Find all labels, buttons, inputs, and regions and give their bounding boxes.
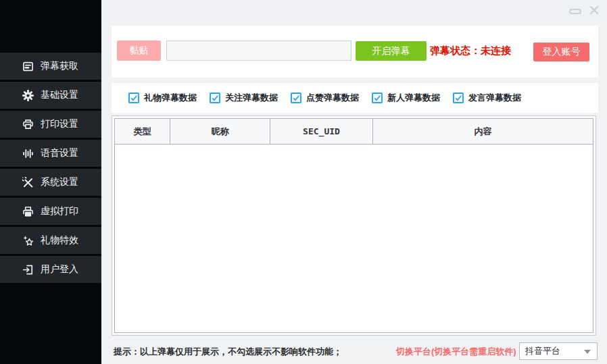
filter-label: 新人弹幕数据: [387, 92, 440, 104]
sidebar-item-label: 用户登入: [41, 263, 78, 276]
filter-label: 发言弹幕数据: [468, 92, 521, 104]
switch-platform-link[interactable]: 切换平台(切换平台需重启软件): [396, 346, 516, 358]
column-header-nickname: 昵称: [170, 119, 270, 144]
filter-label: 关注弹幕数据: [225, 92, 278, 104]
table-header: 类型 昵称 SEC_UID 内容: [115, 119, 593, 145]
column-header-type: 类型: [115, 119, 170, 144]
login-arrow-icon: [22, 264, 34, 276]
sidebar-item-print-settings[interactable]: 打印设置: [0, 111, 101, 138]
danmaku-list-icon: [22, 61, 34, 72]
login-account-button[interactable]: 登入账号: [533, 43, 589, 61]
start-danmaku-button[interactable]: 开启弹幕: [356, 41, 427, 61]
column-header-sec-uid: SEC_UID: [270, 119, 373, 144]
sidebar-item-user-login[interactable]: 用户登入: [0, 256, 101, 283]
sparkle-icon: [22, 235, 34, 246]
checkbox-icon[interactable]: [210, 93, 220, 103]
sidebar-item-label: 打印设置: [41, 118, 78, 130]
danmaku-status: 弹幕状态：未连接: [430, 45, 511, 57]
toolbar-panel: 黏贴 开启弹幕 弹幕状态：未连接 登入账号: [112, 26, 598, 78]
platform-value: 抖音平台: [525, 345, 560, 357]
checkbox-icon[interactable]: [372, 93, 383, 103]
room-url-input[interactable]: [166, 41, 351, 61]
sidebar-item-system-settings[interactable]: 系统设置: [0, 169, 101, 196]
sidebar-item-voice-settings[interactable]: 语音设置: [0, 140, 101, 167]
minimize-icon[interactable]: [569, 9, 581, 14]
status-label: 弹幕状态：: [430, 45, 481, 56]
checkbox-icon[interactable]: [291, 93, 301, 103]
filters-panel: 礼物弹幕数据 关注弹幕数据 点赞弹幕数据 新人弹幕数据 发言弹幕数据: [112, 83, 598, 113]
sidebar-item-label: 弹幕获取: [41, 60, 78, 72]
platform-dropdown[interactable]: 抖音平台: [519, 342, 598, 360]
close-icon[interactable]: [587, 3, 601, 17]
sidebar-item-label: 语音设置: [41, 147, 78, 159]
printer-icon: [22, 119, 34, 130]
filter-gift-danmaku[interactable]: 礼物弹幕数据: [128, 92, 210, 104]
sidebar-item-virtual-print[interactable]: 虚拟打印: [0, 198, 101, 225]
virtual-printer-icon: [22, 206, 34, 217]
status-value: 未连接: [481, 45, 511, 56]
filter-newcomer-danmaku[interactable]: 新人弹幕数据: [372, 92, 453, 104]
danmaku-table: 类型 昵称 SEC_UID 内容: [112, 115, 596, 336]
sidebar-item-gift-effects[interactable]: 礼物特效: [0, 227, 101, 254]
footer-tip: 提示：以上弹幕仅用于展示，不勾选展示不影响软件功能；: [114, 346, 342, 358]
filter-chat-danmaku[interactable]: 发言弹幕数据: [453, 92, 534, 104]
gear-icon: [22, 90, 34, 101]
equalizer-icon: [22, 148, 34, 159]
paste-button[interactable]: 黏贴: [117, 41, 161, 61]
sidebar-item-basic-settings[interactable]: 基础设置: [0, 82, 101, 109]
tools-icon: [22, 177, 34, 188]
filter-label: 点赞弹幕数据: [306, 92, 359, 104]
sidebar: 弹幕获取 基础设置 打印设置: [0, 0, 101, 364]
table-body[interactable]: [115, 145, 593, 332]
checkbox-icon[interactable]: [453, 93, 464, 103]
sidebar-item-label: 基础设置: [41, 89, 78, 101]
chevron-down-icon: [584, 350, 591, 354]
sidebar-item-label: 礼物特效: [41, 234, 78, 246]
filter-like-danmaku[interactable]: 点赞弹幕数据: [291, 92, 372, 104]
sidebar-item-label: 虚拟打印: [41, 205, 78, 217]
titlebar: [101, 0, 607, 19]
filter-label: 礼物弹幕数据: [144, 92, 197, 104]
sidebar-item-label: 系统设置: [41, 176, 78, 188]
column-header-content: 内容: [373, 119, 593, 144]
sidebar-item-danmaku-fetch[interactable]: 弹幕获取: [0, 53, 101, 80]
filter-follow-danmaku[interactable]: 关注弹幕数据: [210, 92, 291, 104]
checkbox-icon[interactable]: [128, 93, 139, 103]
